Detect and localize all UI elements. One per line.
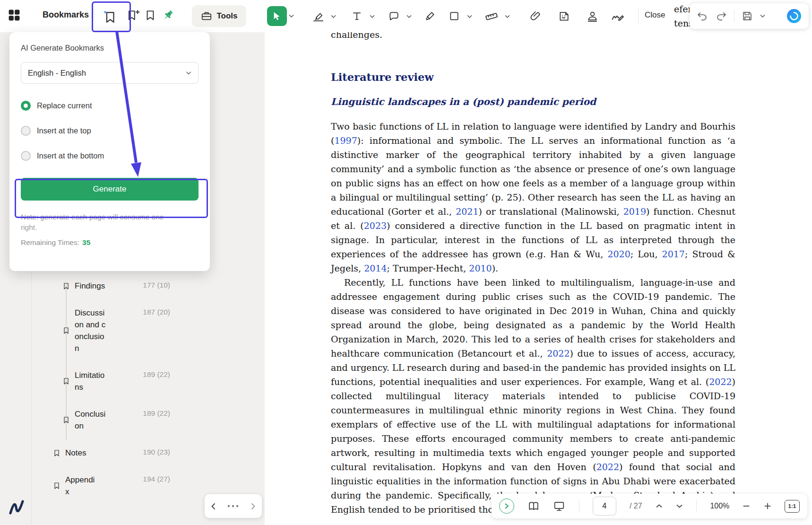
zoom-in-button[interactable] xyxy=(764,502,771,510)
bookmark-item-page: 177 (10) xyxy=(143,280,170,289)
bookmark-item[interactable]: Findings 177 (10) xyxy=(53,280,170,292)
ruler-icon xyxy=(485,10,498,23)
more-pages-button[interactable] xyxy=(227,505,239,508)
bookmark-item[interactable]: Conclusion 189 (22) xyxy=(53,408,170,432)
citation-link[interactable]: 2023 xyxy=(364,220,387,231)
radio-label: Replace current xyxy=(37,101,92,110)
apps-grid-button[interactable] xyxy=(7,8,22,23)
highlight-tool-button[interactable] xyxy=(312,10,325,23)
text-tool-chevron[interactable] xyxy=(370,15,375,18)
citation-link[interactable]: 2022 xyxy=(709,376,732,387)
citation-link[interactable]: 2010 xyxy=(469,263,492,273)
bookmark-item-page: 194 (27) xyxy=(143,474,170,483)
pin-button[interactable] xyxy=(161,9,175,23)
zoom-level[interactable]: 100% xyxy=(710,502,729,510)
redo-button[interactable] xyxy=(715,10,727,22)
bookmark-item[interactable]: Appendix 194 (27) xyxy=(53,474,170,498)
chevron-down-icon xyxy=(186,71,191,75)
citation-link[interactable]: 2021 xyxy=(456,206,478,217)
view-controls-bar: / 27 100% 1:1 xyxy=(492,494,807,518)
undo-icon xyxy=(696,10,708,22)
bookmark-item-label: Notes xyxy=(65,447,98,459)
sticker-icon xyxy=(558,10,570,23)
monitor-icon xyxy=(553,500,565,512)
language-select-value: English - English xyxy=(28,69,86,78)
measure-tool-button[interactable] xyxy=(485,10,498,23)
language-select[interactable]: English - English xyxy=(21,62,199,84)
document-paragraph: Recently, LL functions have been linked … xyxy=(331,275,735,516)
citation-link[interactable]: 2017 xyxy=(662,249,685,259)
radio-circle[interactable] xyxy=(21,126,31,136)
add-bookmark-button[interactable] xyxy=(126,9,140,23)
actual-size-button[interactable]: 1:1 xyxy=(785,500,800,513)
attachment-tool-button[interactable] xyxy=(529,10,542,23)
citation-link[interactable]: 2014 xyxy=(364,263,387,273)
stamp-tool-button[interactable] xyxy=(586,10,599,23)
citation-link[interactable]: 2022 xyxy=(596,462,619,472)
app-window: efer tens challenges. Literature review … xyxy=(0,0,812,525)
bookmark-item-label: Conclusion xyxy=(75,408,108,432)
shape-tool-chevron[interactable] xyxy=(467,15,472,18)
radio-circle[interactable] xyxy=(21,101,31,111)
document-heading: Literature review xyxy=(331,70,735,84)
shape-tool-button[interactable] xyxy=(448,10,461,23)
citation-link[interactable]: 1997 xyxy=(334,135,357,146)
next-page-down-button[interactable] xyxy=(676,504,683,508)
measure-tool-chevron[interactable] xyxy=(505,15,510,18)
comment-tool-button[interactable] xyxy=(388,10,400,23)
ai-bookmark-icon xyxy=(102,9,118,25)
save-menu-chevron[interactable] xyxy=(760,14,765,18)
text-icon xyxy=(351,10,363,23)
bookmark-item[interactable]: Notes 190 (23) xyxy=(53,447,170,459)
zoom-out-button[interactable] xyxy=(743,502,750,510)
bookmarks-panel-title: Bookmarks xyxy=(43,10,89,20)
remaining-times: Remaining Times:35 xyxy=(21,238,199,247)
pen-tool-button[interactable] xyxy=(423,10,436,23)
bookmark-item[interactable]: Discussion and conclusion 187 (20) xyxy=(53,307,170,354)
comment-tool-chevron[interactable] xyxy=(406,15,412,18)
close-button[interactable]: Close xyxy=(645,10,665,20)
radio-insert-bottom[interactable]: Insert at the bottom xyxy=(21,151,199,161)
generate-button[interactable]: Generate xyxy=(21,178,199,201)
next-page-button[interactable] xyxy=(251,503,256,510)
apps-grid-icon xyxy=(7,8,22,23)
radio-label: Insert at the top xyxy=(37,126,91,135)
citation-link[interactable]: 2019 xyxy=(623,206,646,217)
previous-page-button[interactable] xyxy=(656,504,663,508)
document-text-column: challenges. Literature review Linguistic… xyxy=(331,27,735,516)
select-tool-chevron[interactable] xyxy=(289,14,294,18)
prev-page-button[interactable] xyxy=(211,503,216,510)
toolbox-icon xyxy=(200,10,213,22)
bookmark-item-page: 190 (23) xyxy=(143,447,170,456)
highlight-tool-chevron[interactable] xyxy=(331,15,336,18)
bookmark-item-page: 189 (22) xyxy=(143,369,170,379)
tools-button[interactable]: Tools xyxy=(192,5,246,27)
ai-generate-bookmarks-button[interactable] xyxy=(97,7,122,27)
ai-assistant-button[interactable] xyxy=(786,8,802,24)
ai-assistant-icon xyxy=(786,8,802,24)
radio-replace-current[interactable]: Replace current xyxy=(21,101,199,111)
signature-tool-button[interactable] xyxy=(611,10,625,24)
bookmark-item[interactable]: Limitations 189 (22) xyxy=(53,369,170,393)
radio-insert-top[interactable]: Insert at the top xyxy=(21,126,199,136)
select-tool-button[interactable] xyxy=(267,6,287,26)
page-total: / 27 xyxy=(630,502,642,510)
page-number-input[interactable] xyxy=(593,497,616,516)
presentation-button[interactable] xyxy=(553,500,565,512)
bar-divider xyxy=(579,500,579,512)
bookmark-item-page: 189 (22) xyxy=(143,408,170,418)
save-button[interactable] xyxy=(741,10,753,22)
reader-view-button[interactable] xyxy=(527,500,540,512)
bookmark-button[interactable] xyxy=(143,9,157,23)
bookmark-item-label: Findings xyxy=(75,280,108,292)
sticker-tool-button[interactable] xyxy=(558,10,570,23)
citation-link[interactable]: 2022 xyxy=(547,348,570,359)
citation-link[interactable]: 2020 xyxy=(607,249,630,259)
text-tool-button[interactable] xyxy=(351,10,363,23)
expand-panel-button[interactable] xyxy=(499,499,514,514)
app-logo[interactable] xyxy=(8,499,26,518)
bookmark-icon xyxy=(62,327,70,334)
radio-circle[interactable] xyxy=(21,151,31,161)
undo-button[interactable] xyxy=(696,10,708,22)
quick-actions-card xyxy=(690,3,809,29)
